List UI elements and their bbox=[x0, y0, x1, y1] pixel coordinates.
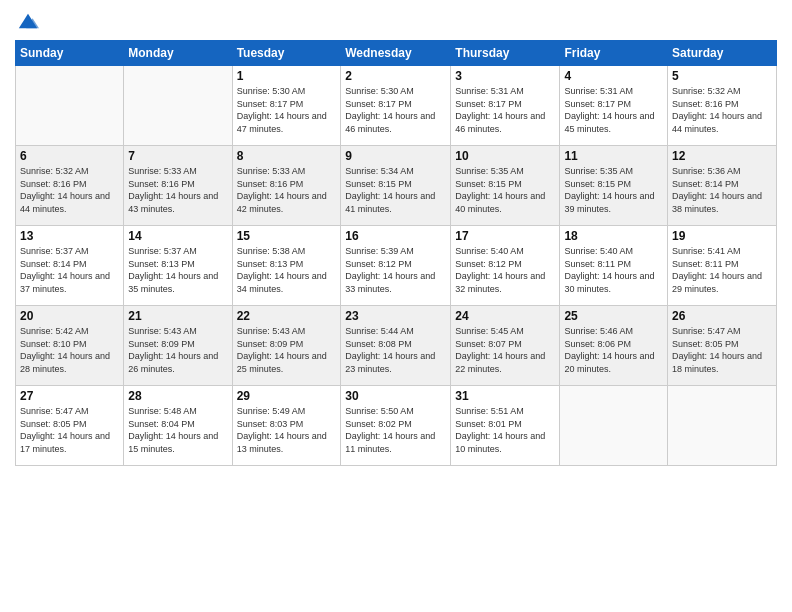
weekday-friday: Friday bbox=[560, 41, 668, 66]
weekday-tuesday: Tuesday bbox=[232, 41, 341, 66]
weekday-header-row: SundayMondayTuesdayWednesdayThursdayFrid… bbox=[16, 41, 777, 66]
day-cell: 24Sunrise: 5:45 AM Sunset: 8:07 PM Dayli… bbox=[451, 306, 560, 386]
day-number: 20 bbox=[20, 309, 119, 323]
day-cell: 5Sunrise: 5:32 AM Sunset: 8:16 PM Daylig… bbox=[668, 66, 777, 146]
day-cell: 11Sunrise: 5:35 AM Sunset: 8:15 PM Dayli… bbox=[560, 146, 668, 226]
day-cell: 4Sunrise: 5:31 AM Sunset: 8:17 PM Daylig… bbox=[560, 66, 668, 146]
day-cell bbox=[560, 386, 668, 466]
day-number: 30 bbox=[345, 389, 446, 403]
day-number: 23 bbox=[345, 309, 446, 323]
day-info: Sunrise: 5:37 AM Sunset: 8:14 PM Dayligh… bbox=[20, 245, 119, 295]
day-info: Sunrise: 5:33 AM Sunset: 8:16 PM Dayligh… bbox=[237, 165, 337, 215]
day-info: Sunrise: 5:43 AM Sunset: 8:09 PM Dayligh… bbox=[237, 325, 337, 375]
day-cell: 17Sunrise: 5:40 AM Sunset: 8:12 PM Dayli… bbox=[451, 226, 560, 306]
day-cell: 2Sunrise: 5:30 AM Sunset: 8:17 PM Daylig… bbox=[341, 66, 451, 146]
day-number: 17 bbox=[455, 229, 555, 243]
page: SundayMondayTuesdayWednesdayThursdayFrid… bbox=[0, 0, 792, 612]
day-cell: 14Sunrise: 5:37 AM Sunset: 8:13 PM Dayli… bbox=[124, 226, 232, 306]
weekday-monday: Monday bbox=[124, 41, 232, 66]
day-info: Sunrise: 5:32 AM Sunset: 8:16 PM Dayligh… bbox=[20, 165, 119, 215]
day-info: Sunrise: 5:43 AM Sunset: 8:09 PM Dayligh… bbox=[128, 325, 227, 375]
day-cell: 12Sunrise: 5:36 AM Sunset: 8:14 PM Dayli… bbox=[668, 146, 777, 226]
day-cell: 15Sunrise: 5:38 AM Sunset: 8:13 PM Dayli… bbox=[232, 226, 341, 306]
day-info: Sunrise: 5:47 AM Sunset: 8:05 PM Dayligh… bbox=[672, 325, 772, 375]
day-number: 14 bbox=[128, 229, 227, 243]
week-row-3: 13Sunrise: 5:37 AM Sunset: 8:14 PM Dayli… bbox=[16, 226, 777, 306]
day-number: 10 bbox=[455, 149, 555, 163]
week-row-1: 1Sunrise: 5:30 AM Sunset: 8:17 PM Daylig… bbox=[16, 66, 777, 146]
day-cell: 23Sunrise: 5:44 AM Sunset: 8:08 PM Dayli… bbox=[341, 306, 451, 386]
week-row-5: 27Sunrise: 5:47 AM Sunset: 8:05 PM Dayli… bbox=[16, 386, 777, 466]
day-cell: 13Sunrise: 5:37 AM Sunset: 8:14 PM Dayli… bbox=[16, 226, 124, 306]
day-cell bbox=[124, 66, 232, 146]
weekday-sunday: Sunday bbox=[16, 41, 124, 66]
day-cell: 18Sunrise: 5:40 AM Sunset: 8:11 PM Dayli… bbox=[560, 226, 668, 306]
weekday-thursday: Thursday bbox=[451, 41, 560, 66]
day-info: Sunrise: 5:50 AM Sunset: 8:02 PM Dayligh… bbox=[345, 405, 446, 455]
week-row-2: 6Sunrise: 5:32 AM Sunset: 8:16 PM Daylig… bbox=[16, 146, 777, 226]
day-info: Sunrise: 5:38 AM Sunset: 8:13 PM Dayligh… bbox=[237, 245, 337, 295]
day-number: 29 bbox=[237, 389, 337, 403]
day-info: Sunrise: 5:51 AM Sunset: 8:01 PM Dayligh… bbox=[455, 405, 555, 455]
day-number: 3 bbox=[455, 69, 555, 83]
day-cell: 19Sunrise: 5:41 AM Sunset: 8:11 PM Dayli… bbox=[668, 226, 777, 306]
day-cell: 6Sunrise: 5:32 AM Sunset: 8:16 PM Daylig… bbox=[16, 146, 124, 226]
day-number: 1 bbox=[237, 69, 337, 83]
calendar: SundayMondayTuesdayWednesdayThursdayFrid… bbox=[15, 40, 777, 466]
logo bbox=[15, 10, 39, 32]
day-cell: 22Sunrise: 5:43 AM Sunset: 8:09 PM Dayli… bbox=[232, 306, 341, 386]
day-info: Sunrise: 5:40 AM Sunset: 8:12 PM Dayligh… bbox=[455, 245, 555, 295]
day-info: Sunrise: 5:40 AM Sunset: 8:11 PM Dayligh… bbox=[564, 245, 663, 295]
day-number: 21 bbox=[128, 309, 227, 323]
day-number: 2 bbox=[345, 69, 446, 83]
day-cell: 1Sunrise: 5:30 AM Sunset: 8:17 PM Daylig… bbox=[232, 66, 341, 146]
day-number: 11 bbox=[564, 149, 663, 163]
day-cell: 16Sunrise: 5:39 AM Sunset: 8:12 PM Dayli… bbox=[341, 226, 451, 306]
day-cell: 9Sunrise: 5:34 AM Sunset: 8:15 PM Daylig… bbox=[341, 146, 451, 226]
day-cell: 28Sunrise: 5:48 AM Sunset: 8:04 PM Dayli… bbox=[124, 386, 232, 466]
day-cell: 20Sunrise: 5:42 AM Sunset: 8:10 PM Dayli… bbox=[16, 306, 124, 386]
day-number: 12 bbox=[672, 149, 772, 163]
day-info: Sunrise: 5:41 AM Sunset: 8:11 PM Dayligh… bbox=[672, 245, 772, 295]
day-number: 6 bbox=[20, 149, 119, 163]
day-info: Sunrise: 5:31 AM Sunset: 8:17 PM Dayligh… bbox=[455, 85, 555, 135]
day-cell: 31Sunrise: 5:51 AM Sunset: 8:01 PM Dayli… bbox=[451, 386, 560, 466]
day-info: Sunrise: 5:48 AM Sunset: 8:04 PM Dayligh… bbox=[128, 405, 227, 455]
day-number: 13 bbox=[20, 229, 119, 243]
day-number: 27 bbox=[20, 389, 119, 403]
day-info: Sunrise: 5:32 AM Sunset: 8:16 PM Dayligh… bbox=[672, 85, 772, 135]
day-info: Sunrise: 5:49 AM Sunset: 8:03 PM Dayligh… bbox=[237, 405, 337, 455]
day-info: Sunrise: 5:35 AM Sunset: 8:15 PM Dayligh… bbox=[564, 165, 663, 215]
day-number: 5 bbox=[672, 69, 772, 83]
day-info: Sunrise: 5:30 AM Sunset: 8:17 PM Dayligh… bbox=[345, 85, 446, 135]
day-cell: 8Sunrise: 5:33 AM Sunset: 8:16 PM Daylig… bbox=[232, 146, 341, 226]
day-cell: 29Sunrise: 5:49 AM Sunset: 8:03 PM Dayli… bbox=[232, 386, 341, 466]
day-number: 16 bbox=[345, 229, 446, 243]
day-info: Sunrise: 5:39 AM Sunset: 8:12 PM Dayligh… bbox=[345, 245, 446, 295]
day-info: Sunrise: 5:45 AM Sunset: 8:07 PM Dayligh… bbox=[455, 325, 555, 375]
day-cell: 10Sunrise: 5:35 AM Sunset: 8:15 PM Dayli… bbox=[451, 146, 560, 226]
day-number: 26 bbox=[672, 309, 772, 323]
day-number: 22 bbox=[237, 309, 337, 323]
day-cell: 27Sunrise: 5:47 AM Sunset: 8:05 PM Dayli… bbox=[16, 386, 124, 466]
day-info: Sunrise: 5:44 AM Sunset: 8:08 PM Dayligh… bbox=[345, 325, 446, 375]
day-number: 19 bbox=[672, 229, 772, 243]
day-cell: 25Sunrise: 5:46 AM Sunset: 8:06 PM Dayli… bbox=[560, 306, 668, 386]
day-info: Sunrise: 5:37 AM Sunset: 8:13 PM Dayligh… bbox=[128, 245, 227, 295]
day-number: 4 bbox=[564, 69, 663, 83]
day-info: Sunrise: 5:33 AM Sunset: 8:16 PM Dayligh… bbox=[128, 165, 227, 215]
weekday-wednesday: Wednesday bbox=[341, 41, 451, 66]
day-number: 28 bbox=[128, 389, 227, 403]
day-info: Sunrise: 5:36 AM Sunset: 8:14 PM Dayligh… bbox=[672, 165, 772, 215]
day-cell: 3Sunrise: 5:31 AM Sunset: 8:17 PM Daylig… bbox=[451, 66, 560, 146]
day-cell bbox=[668, 386, 777, 466]
logo-icon bbox=[17, 10, 39, 32]
day-number: 24 bbox=[455, 309, 555, 323]
day-cell: 7Sunrise: 5:33 AM Sunset: 8:16 PM Daylig… bbox=[124, 146, 232, 226]
day-info: Sunrise: 5:30 AM Sunset: 8:17 PM Dayligh… bbox=[237, 85, 337, 135]
day-info: Sunrise: 5:47 AM Sunset: 8:05 PM Dayligh… bbox=[20, 405, 119, 455]
day-number: 8 bbox=[237, 149, 337, 163]
weekday-saturday: Saturday bbox=[668, 41, 777, 66]
day-info: Sunrise: 5:46 AM Sunset: 8:06 PM Dayligh… bbox=[564, 325, 663, 375]
day-cell bbox=[16, 66, 124, 146]
